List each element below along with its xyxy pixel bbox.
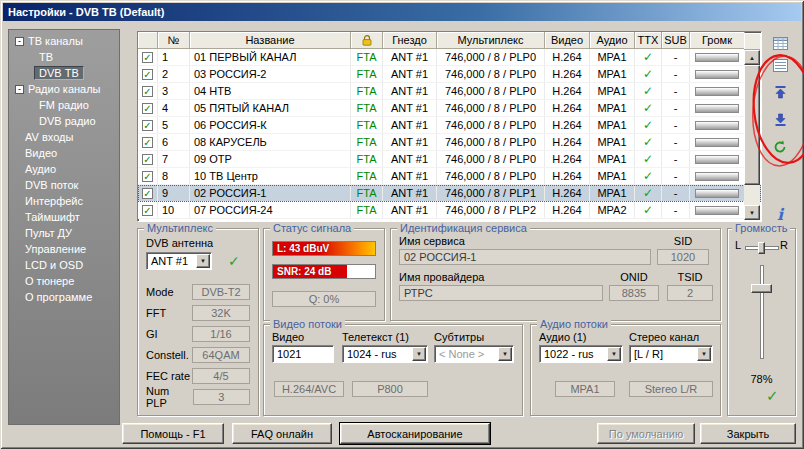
move-channel-up-button[interactable] xyxy=(768,82,792,102)
rescan-button[interactable] xyxy=(768,137,792,157)
channel-volume-bar[interactable] xyxy=(695,104,739,113)
channel-multiplex: 746,000 / 8 / PLP0 xyxy=(437,100,545,116)
autoscan-button[interactable]: Автосканирование xyxy=(340,423,490,444)
dropdown-arrow-icon[interactable]: ▼ xyxy=(607,347,621,361)
sidebar-item[interactable]: Пульт ДУ xyxy=(9,225,119,241)
channel-name: 06 РОССИЯ-К xyxy=(190,117,351,133)
tree-expander-icon[interactable]: - xyxy=(15,37,24,46)
multiplex-param-label: Num PLP xyxy=(146,385,193,409)
scroll-down-button[interactable]: ▼ xyxy=(744,205,760,220)
faq-button[interactable]: FAQ онлайн xyxy=(232,423,332,444)
channel-checkbox[interactable]: ✓ xyxy=(142,171,153,182)
channel-volume-bar[interactable] xyxy=(695,155,739,164)
header-sub[interactable]: SUB xyxy=(662,32,690,49)
channel-row[interactable]: ✓405 ПЯТЫЙ КАНАЛFTAANT #1746,000 / 8 / P… xyxy=(138,100,761,117)
list-view-button[interactable] xyxy=(768,55,792,75)
sidebar-item[interactable]: О тюнере xyxy=(9,273,119,289)
dropdown-arrow-icon[interactable]: ▼ xyxy=(697,347,711,361)
header-name[interactable]: Название xyxy=(190,32,351,49)
channel-checkbox[interactable]: ✓ xyxy=(142,86,153,97)
channel-sub: - xyxy=(662,168,690,184)
grid-view-button[interactable] xyxy=(768,33,792,53)
header-encryption[interactable] xyxy=(351,32,383,49)
scroll-thumb[interactable] xyxy=(744,65,760,185)
sidebar-item-label: ТВ каналы xyxy=(28,35,83,47)
channel-volume-bar[interactable] xyxy=(695,172,739,181)
move-channel-down-button[interactable] xyxy=(768,110,792,130)
header-audio[interactable]: Аудио xyxy=(590,32,635,49)
channel-volume-bar[interactable] xyxy=(695,87,739,96)
channel-checkbox[interactable]: ✓ xyxy=(142,205,153,216)
title-bar[interactable]: Настройки - DVB ТВ (Default) xyxy=(3,3,801,21)
channel-volume-bar[interactable] xyxy=(695,189,739,198)
volume-slider-track[interactable] xyxy=(760,265,764,359)
dropdown-arrow-icon[interactable]: ▼ xyxy=(412,347,426,361)
sidebar-item[interactable]: Интерфейс xyxy=(9,193,119,209)
sidebar-item[interactable]: Управление xyxy=(9,241,119,257)
defaults-button[interactable]: По умолчанию xyxy=(597,423,695,444)
header-multiplex[interactable]: Мультиплекс xyxy=(437,32,545,49)
channel-row[interactable]: ✓709 ОТРFTAANT #1746,000 / 8 / PLP0H.264… xyxy=(138,151,761,168)
sidebar-item[interactable]: Аудио xyxy=(9,161,119,177)
channel-checkbox[interactable]: ✓ xyxy=(142,103,153,114)
header-number[interactable]: № xyxy=(158,32,190,49)
table-scrollbar[interactable]: ▲ ▼ xyxy=(744,50,760,220)
sidebar-item[interactable]: AV входы xyxy=(9,129,119,145)
channel-name: 07 РОССИЯ-24 xyxy=(190,202,351,218)
sidebar-item[interactable]: LCD и OSD xyxy=(9,257,119,273)
channel-sub: - xyxy=(662,100,690,116)
channel-row[interactable]: ✓810 ТВ ЦентрFTAANT #1746,000 / 8 / PLP0… xyxy=(138,168,761,185)
channel-checkbox[interactable]: ✓ xyxy=(142,69,153,80)
help-button[interactable]: Помощь - F1 xyxy=(122,423,224,444)
channel-checkbox[interactable]: ✓ xyxy=(142,137,153,148)
close-button[interactable]: Закрыть xyxy=(700,423,796,444)
channel-row[interactable]: ✓902 РОССИЯ-1FTAANT #1746,000 / 8 / PLP1… xyxy=(138,185,761,202)
header-jack[interactable]: Гнездо xyxy=(383,32,437,49)
sidebar-item[interactable]: DVB ТВ xyxy=(9,65,119,81)
sidebar-item[interactable]: О программе xyxy=(9,289,119,305)
channel-checkbox[interactable]: ✓ xyxy=(142,52,153,63)
channel-row[interactable]: ✓203 РОССИЯ-2FTAANT #1746,000 / 8 / PLP0… xyxy=(138,66,761,83)
sidebar-item[interactable]: DVB радио xyxy=(9,113,119,129)
dropdown-arrow-icon[interactable]: ▼ xyxy=(196,254,210,268)
channel-checkbox[interactable]: ✓ xyxy=(142,154,153,165)
sidebar-item[interactable]: FM радио xyxy=(9,97,119,113)
audio-select[interactable]: 1022 - rus ▼ xyxy=(539,345,623,363)
sidebar-item[interactable]: -Радио каналы xyxy=(9,81,119,97)
channel-row[interactable]: ✓608 КАРУСЕЛЬFTAANT #1746,000 / 8 / PLP0… xyxy=(138,134,761,151)
subtitles-select[interactable]: < None > ▼ xyxy=(434,345,514,363)
channel-checkbox[interactable]: ✓ xyxy=(142,120,153,131)
channel-row[interactable]: ✓101 ПЕРВЫЙ КАНАЛFTAANT #1746,000 / 8 / … xyxy=(138,49,761,66)
sidebar-item[interactable]: -ТВ каналы xyxy=(9,33,119,49)
signal-level-text: L: 43 dBuV xyxy=(277,242,329,255)
dropdown-arrow-icon[interactable]: ▼ xyxy=(498,347,512,361)
sidebar-item[interactable]: ТВ xyxy=(9,49,119,65)
header-volume[interactable]: Громк xyxy=(690,32,745,49)
sidebar-item[interactable]: Видео xyxy=(9,145,119,161)
volume-slider-thumb[interactable] xyxy=(751,284,772,293)
header-select-column[interactable] xyxy=(138,32,158,49)
channel-table-body: ✓101 ПЕРВЫЙ КАНАЛFTAANT #1746,000 / 8 / … xyxy=(138,49,761,219)
channel-access: FTA xyxy=(351,66,383,82)
balance-slider-thumb[interactable] xyxy=(758,242,765,254)
channel-volume-bar[interactable] xyxy=(695,121,739,130)
antenna-select[interactable]: ANT #1 ▼ xyxy=(146,252,212,270)
info-button[interactable]: i xyxy=(768,204,792,224)
teletext-select[interactable]: 1024 - rus ▼ xyxy=(342,345,428,363)
channel-row[interactable]: ✓1007 РОССИЯ-24FTAANT #1746,000 / 8 / PL… xyxy=(138,202,761,219)
channel-checkbox[interactable]: ✓ xyxy=(142,188,153,199)
stereo-select[interactable]: [L / R] ▼ xyxy=(629,345,713,363)
channel-volume-bar[interactable] xyxy=(695,70,739,79)
sidebar-item[interactable]: Таймшифт xyxy=(9,209,119,225)
channel-volume-bar[interactable] xyxy=(695,138,739,147)
header-video[interactable]: Видео xyxy=(545,32,590,49)
sidebar-item[interactable]: DVB поток xyxy=(9,177,119,193)
channel-volume-bar[interactable] xyxy=(695,206,739,215)
channel-row[interactable]: ✓506 РОССИЯ-КFTAANT #1746,000 / 8 / PLP0… xyxy=(138,117,761,134)
scroll-up-button[interactable]: ▲ xyxy=(744,50,760,65)
channel-row[interactable]: ✓304 НТВFTAANT #1746,000 / 8 / PLP0H.264… xyxy=(138,83,761,100)
video-pid-input[interactable]: 1021 xyxy=(272,345,334,363)
channel-volume-bar[interactable] xyxy=(695,53,739,62)
tree-expander-icon[interactable]: - xyxy=(15,85,24,94)
header-ttx[interactable]: TTX xyxy=(635,32,662,49)
